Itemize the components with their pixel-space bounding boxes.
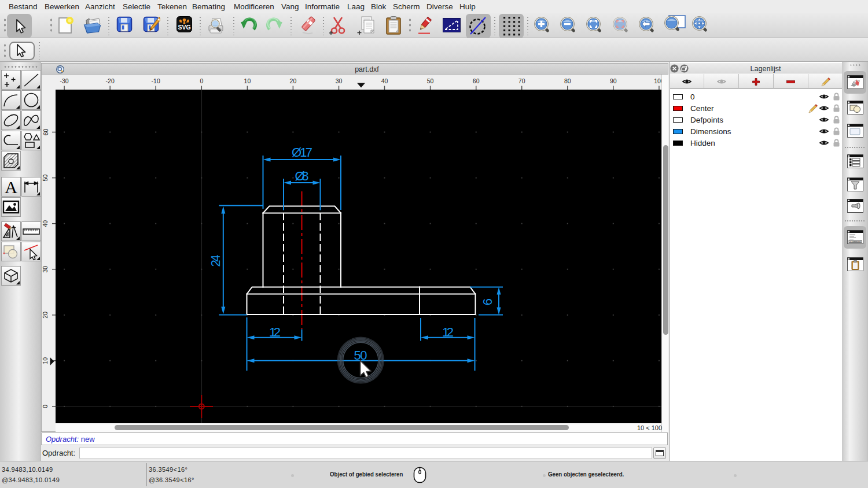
svg-text:24: 24 [208, 255, 223, 267]
svg-text:Ø17: Ø17 [292, 145, 312, 160]
svg-text:50: 50 [427, 77, 434, 84]
svg-text:A: A [5, 178, 17, 196]
svg-text:c command: c command [850, 241, 860, 243]
svg-text:-20: -20 [106, 77, 115, 84]
svg-text:-10: -10 [152, 77, 160, 84]
svg-text:0: 0 [200, 77, 203, 84]
svg-text:12: 12 [442, 325, 454, 339]
svg-text:40: 40 [381, 77, 388, 84]
svg-text:90: 90 [610, 77, 617, 84]
svg-text:80: 80 [564, 77, 571, 84]
svg-text:40: 40 [42, 220, 49, 227]
svg-text:60: 60 [42, 129, 49, 136]
svg-text:10: 10 [42, 357, 49, 364]
svg-text:100: 100 [654, 77, 661, 84]
svg-text:20: 20 [290, 77, 297, 84]
svg-text:12: 12 [269, 325, 281, 339]
svg-text:70: 70 [518, 77, 525, 84]
svg-text:6: 6 [480, 298, 495, 305]
svg-text:0: 0 [42, 405, 49, 408]
svg-text:SVG: SVG [178, 24, 190, 31]
svg-text:50: 50 [42, 175, 49, 182]
svg-text:30: 30 [336, 77, 343, 84]
svg-text:30: 30 [42, 266, 49, 273]
svg-text:Ø8: Ø8 [295, 169, 309, 183]
svg-text:10: 10 [244, 77, 251, 84]
svg-text:20: 20 [42, 312, 49, 319]
svg-text:60: 60 [473, 77, 480, 84]
svg-text:-30: -30 [60, 77, 69, 84]
